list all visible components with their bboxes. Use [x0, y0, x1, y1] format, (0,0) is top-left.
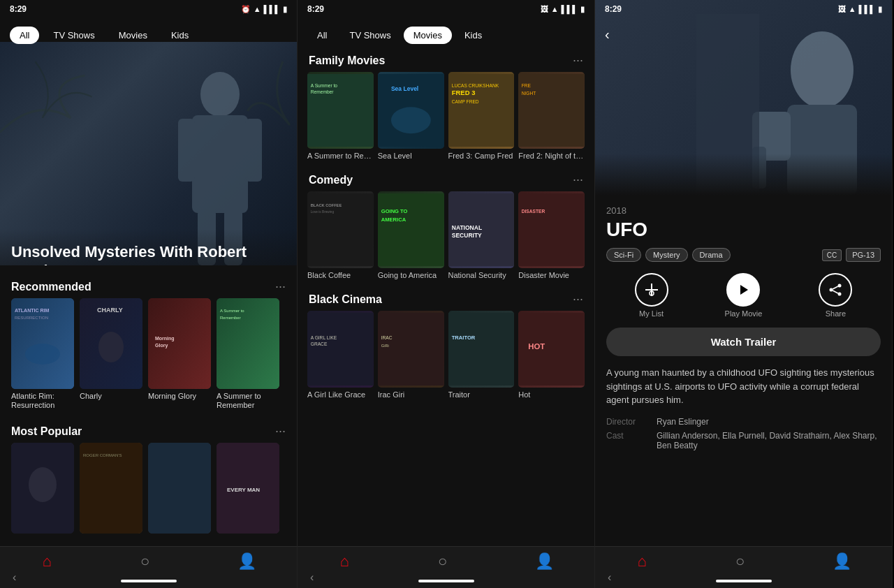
back-button[interactable]: ‹: [605, 27, 610, 43]
label-morning: Morning Glory: [148, 392, 211, 401]
movie-card-morning[interactable]: Morning Glory Morning Glory: [148, 298, 211, 410]
play-icon-circle: [726, 273, 760, 307]
screen2: 8:29 🖼 ▲ ▌▌▌ ▮ All TV Shows Movies Kids …: [298, 0, 595, 588]
thumb-summer: A Summer to Remember: [217, 298, 279, 389]
back-chevron-2[interactable]: ‹: [310, 571, 314, 584]
grid-card-going[interactable]: GOING TO AMERICA Going to America: [378, 191, 444, 279]
grid-thumb-national: NATIONAL SECURITY: [448, 191, 515, 268]
signal-icon: ▌▌▌: [264, 5, 280, 13]
screen2-scroll[interactable]: Family Movies ··· A Summer to Remember A…: [298, 42, 594, 546]
grid-label-going: Going to America: [378, 271, 444, 279]
tag-drama: Drama: [692, 248, 731, 262]
director-key: Director: [606, 417, 648, 427]
grid-card-hot[interactable]: HOT Hot: [518, 311, 585, 399]
tab-kids-1[interactable]: Kids: [161, 27, 198, 44]
grid-card-traitor[interactable]: TRAITOR Traitor: [448, 311, 515, 399]
svg-text:GOING TO: GOING TO: [381, 208, 407, 214]
svg-text:FRE: FRE: [522, 83, 532, 88]
tab-movies-2[interactable]: Movies: [404, 27, 452, 44]
grid-card-disaster[interactable]: DISASTER Disaster Movie: [518, 191, 585, 279]
thumb-popular1: [11, 443, 74, 534]
action-mylist[interactable]: My List: [635, 273, 668, 318]
hero-gradient-overlay: [595, 154, 892, 196]
more-blackcinema-icon[interactable]: ···: [573, 292, 583, 307]
svg-text:Remember: Remember: [220, 316, 241, 320]
grid-card-national[interactable]: NATIONAL SECURITY National Security: [448, 191, 515, 279]
movie-card-popular1[interactable]: [11, 443, 74, 534]
grid-thumb-fred3: LUCAS CRUIKSHANK FRED 3 CAMP FRED: [448, 72, 515, 149]
sections-1[interactable]: Recommended ··· ATLANTIC RIM RESURRECTIO…: [0, 265, 297, 546]
tab-all-2[interactable]: All: [307, 27, 337, 44]
grid-card-fred2[interactable]: FRE NIGHT Fred 2: Night of the Living Fr…: [518, 72, 585, 160]
grid-thumb-hot: HOT: [518, 311, 585, 388]
tab-tvshows-2[interactable]: TV Shows: [339, 27, 400, 44]
movie-card-summer[interactable]: A Summer to Remember A Summer to Remembe…: [217, 298, 279, 410]
svg-text:SECURITY: SECURITY: [451, 232, 481, 239]
svg-text:Love is Brewing: Love is Brewing: [311, 210, 335, 214]
meta-cast-row: Cast Gillian Anderson, Ella Purnell, Dav…: [606, 431, 881, 450]
play-label: Play Movie: [725, 309, 763, 318]
grid-label-irac: Irac Giri: [378, 390, 444, 399]
comedy-row: BLACK COFFEE Love is Brewing Black Coffe…: [298, 191, 594, 286]
wifi-icon-2: ▲: [551, 5, 559, 13]
movie-card-popular3[interactable]: [148, 443, 211, 534]
grid-card-grace[interactable]: A GIRL LIKE GRACE A Girl Like Grace: [307, 311, 374, 399]
more-popular-icon[interactable]: ···: [275, 424, 286, 439]
movie-card-charly[interactable]: CHARLY Charly: [80, 298, 142, 410]
grid-thumb-disaster: DISASTER: [518, 191, 585, 268]
family-movies-row: A Summer to Remember A Summer to Remembe…: [298, 72, 594, 167]
back-chevron-3[interactable]: ‹: [608, 571, 611, 584]
tab-kids-2[interactable]: Kids: [455, 27, 492, 44]
thumb-atlantic: ATLANTIC RIM RESURRECTION: [11, 298, 74, 389]
grid-card-irac[interactable]: IRAC GiRi Irac Giri: [378, 311, 444, 399]
movie-card-atlantic[interactable]: ATLANTIC RIM RESURRECTION Atlantic Rim: …: [11, 298, 74, 410]
family-movies-title: Family Movies: [309, 54, 385, 67]
back-chevron-1[interactable]: ‹: [13, 571, 16, 584]
grid-card-blackcoffee[interactable]: BLACK COFFEE Love is Brewing Black Coffe…: [307, 191, 374, 279]
svg-rect-48: [518, 193, 585, 266]
more-comedy-icon[interactable]: ···: [573, 172, 583, 187]
svg-point-69: [838, 284, 842, 288]
tab-all-1[interactable]: All: [10, 27, 39, 44]
recommended-row: ATLANTIC RIM RESURRECTION Atlantic Rim: …: [0, 298, 297, 418]
svg-rect-66: [651, 284, 652, 296]
svg-text:A Summer to: A Summer to: [311, 83, 338, 88]
account-icon-2: 👤: [535, 552, 554, 571]
action-buttons: My List Play Movie: [606, 273, 881, 318]
tab-movies-1[interactable]: Movies: [109, 27, 157, 44]
svg-text:ATLANTIC RIM: ATLANTIC RIM: [15, 308, 49, 313]
description: A young man haunted by a childhood UFO s…: [606, 366, 881, 407]
detail-content: 2018 UFO Sci-Fi Mystery Drama CC PG-13: [595, 196, 892, 464]
svg-text:RESURRECTION: RESURRECTION: [15, 316, 48, 320]
status-icons-2: 🖼 ▲ ▌▌▌ ▮: [541, 5, 585, 14]
action-play[interactable]: Play Movie: [725, 273, 763, 318]
section-recommended-header: Recommended ···: [0, 274, 297, 298]
more-recommended-icon[interactable]: ···: [275, 279, 286, 294]
watch-trailer-button[interactable]: Watch Trailer: [606, 328, 881, 356]
movie-card-popular4[interactable]: EVERY MAN: [217, 443, 279, 534]
svg-point-60: [791, 31, 853, 108]
movie-card-popular2[interactable]: ROGER CORMAN'S: [80, 443, 142, 534]
thumb-popular3: [148, 443, 211, 534]
account-icon-1: 👤: [237, 552, 256, 571]
status-icons-3: 🖼 ▲ ▌▌▌ ▮: [838, 5, 882, 14]
time-3: 8:29: [605, 4, 622, 14]
screen3-content[interactable]: ‹ 201: [595, 0, 892, 546]
grid-card-summer[interactable]: A Summer to Remember A Summer to Remembe…: [307, 72, 374, 160]
grid-card-sealevel[interactable]: Sea Level Sea Level: [378, 72, 444, 160]
cc-badge: CC: [822, 249, 842, 261]
svg-point-12: [98, 332, 124, 362]
section-recommended-title: Recommended: [11, 281, 91, 293]
more-family-icon[interactable]: ···: [573, 53, 583, 68]
tab-tvshows-1[interactable]: TV Shows: [43, 27, 104, 44]
grid-thumb-sealevel: Sea Level: [378, 72, 444, 149]
label-atlantic: Atlantic Rim: Resurrection: [11, 392, 74, 410]
svg-text:LUCAS CRUIKSHANK: LUCAS CRUIKSHANK: [451, 83, 499, 88]
svg-point-71: [838, 293, 842, 296]
thumb-popular4: EVERY MAN: [217, 443, 279, 534]
action-share[interactable]: Share: [819, 273, 852, 318]
grid-card-fred3[interactable]: LUCAS CRUIKSHANK FRED 3 CAMP FRED Fred 3…: [448, 72, 515, 160]
svg-rect-56: [448, 313, 515, 385]
status-bar-3: 8:29 🖼 ▲ ▌▌▌ ▮: [595, 0, 892, 17]
tag-mystery: Mystery: [645, 248, 688, 262]
